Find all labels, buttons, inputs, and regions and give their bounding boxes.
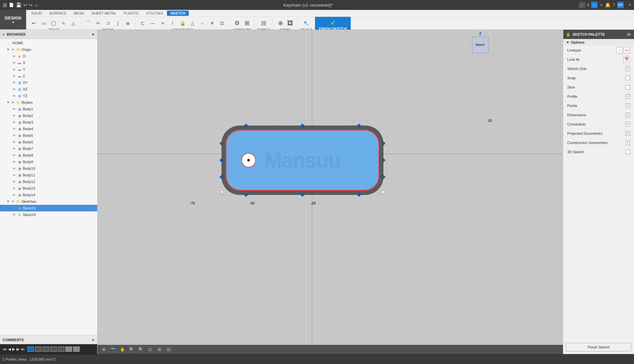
offset-tool[interactable]: ⊃ <box>103 18 113 28</box>
select-tool[interactable]: ↖ <box>302 18 311 28</box>
body10-visibility[interactable]: 👁 <box>12 166 17 171</box>
browser-item-body9[interactable]: 👁 ▣ Body9 <box>0 159 97 165</box>
parallel-tool[interactable]: ≡ <box>158 18 167 28</box>
yz-visibility[interactable]: 👁 <box>12 93 17 98</box>
extension-icon[interactable]: ⬡ <box>591 2 598 8</box>
timeline-step2[interactable] <box>35 346 42 352</box>
vp-pan-btn[interactable]: ✋ <box>119 346 126 353</box>
timeline-step1[interactable] <box>27 346 34 352</box>
timeline-step7[interactable] <box>73 346 80 352</box>
x-visibility[interactable]: 👁 <box>12 60 17 65</box>
timeline-next[interactable]: ▶ <box>17 347 20 351</box>
cube-face-right[interactable]: RIGHT <box>472 37 489 53</box>
body9-visibility[interactable]: 👁 <box>12 160 17 164</box>
spline-tool[interactable]: ∿ <box>59 18 68 28</box>
fix-tool[interactable]: ✕ <box>208 18 217 28</box>
points-checkbox[interactable] <box>625 103 630 108</box>
browser-item-home[interactable]: ⌂ HOME <box>0 40 97 46</box>
tab-mesh[interactable]: MESH <box>70 11 88 16</box>
linetype-next-btn[interactable]: ▭ <box>623 47 630 54</box>
sketches-toggle[interactable]: ▼ <box>7 200 10 203</box>
vp-snap-btn[interactable]: ⊕ <box>100 346 107 353</box>
user-avatar[interactable]: MR <box>617 2 624 8</box>
body1-visibility[interactable]: 👁 <box>12 107 17 111</box>
bodies-visibility[interactable]: 👁 <box>11 100 15 105</box>
snap-checkbox[interactable] <box>625 76 630 80</box>
circle-constraint-tool[interactable]: ○ <box>198 18 207 28</box>
origin-toggle[interactable]: ▼ <box>7 48 10 51</box>
3dsketch-checkbox[interactable] <box>625 150 630 154</box>
browser-item-body2[interactable]: 👁 ▣ Body2 <box>0 112 97 119</box>
browser-item-sketch2[interactable]: 👁 S Sketch2 <box>0 211 97 218</box>
design-menu-button[interactable]: DESIGN <box>0 10 26 29</box>
body3-visibility[interactable]: 👁 <box>12 120 17 125</box>
browser-item-body5[interactable]: 👁 ▣ Body5 <box>0 132 97 139</box>
timeline-next-end[interactable]: ⏭ <box>21 347 25 351</box>
construction-checkbox[interactable] <box>625 140 630 145</box>
browser-item-xz[interactable]: 👁 ▦ XZ <box>0 86 97 92</box>
browser-item-xy[interactable]: 👁 ▦ XY <box>0 79 97 86</box>
timeline-prev[interactable]: ◀ <box>8 347 11 351</box>
timeline-prev-start[interactable]: ⏮ <box>3 347 7 351</box>
viewport[interactable]: 25 -75 -50 -25 Mansuu <box>98 30 563 354</box>
sketch2-visibility[interactable]: 👁 <box>12 212 17 217</box>
browser-item-x[interactable]: 👁 ▬ X <box>0 59 97 66</box>
new-tab-button[interactable]: + <box>579 2 585 8</box>
timeline-step5[interactable] <box>58 346 64 352</box>
tab-solid[interactable]: SOLID <box>28 11 45 16</box>
save-button[interactable]: 💾 <box>16 2 21 8</box>
view-cube[interactable]: RIGHT <box>472 37 489 53</box>
browser-item-z[interactable]: 👁 ▬ Z <box>0 73 97 79</box>
bell-icon[interactable]: 🔔 <box>605 2 611 8</box>
browser-item-body8[interactable]: 👁 ▣ Body8 <box>0 152 97 159</box>
body6-visibility[interactable]: 👁 <box>12 140 17 144</box>
fillet-tool[interactable]: ⌒ <box>84 18 93 28</box>
browser-back-icon[interactable]: « <box>3 32 5 36</box>
sketch1-visibility[interactable]: 👁 <box>12 206 17 210</box>
insert-tool2[interactable]: 🖼 <box>286 18 295 28</box>
tab-surface[interactable]: SURFACE <box>46 11 70 16</box>
comments-add-icon[interactable]: + <box>92 337 95 343</box>
tab-sketch[interactable]: SKETCH <box>167 11 188 16</box>
z-visibility[interactable]: 👁 <box>12 74 17 78</box>
browser-item-body3[interactable]: 👁 ▣ Body3 <box>0 119 97 126</box>
undo-tool[interactable]: ↩ <box>29 18 38 28</box>
palette-options-header[interactable]: ▼ Options <box>563 39 634 46</box>
pattern-tool[interactable]: ≣ <box>123 18 133 28</box>
finish-sketch-palette-button[interactable]: Finish Sketch <box>566 343 631 351</box>
vp-capture-btn[interactable]: 📷 <box>109 346 117 353</box>
body4-visibility[interactable]: 👁 <box>12 127 17 131</box>
xy-visibility[interactable]: 👁 <box>12 80 17 85</box>
slice-checkbox[interactable] <box>625 85 630 90</box>
tab-plastic[interactable]: PLASTIC <box>120 11 142 16</box>
close-button[interactable]: × <box>628 2 631 8</box>
file-icon[interactable]: 📄 <box>9 3 14 7</box>
origin-visibility-icon[interactable]: 👁 <box>11 47 15 52</box>
tab-sheet-metal[interactable]: SHEET METAL <box>88 11 120 16</box>
sketches-visibility[interactable]: 👁 <box>11 199 15 204</box>
xz-visibility[interactable]: 👁 <box>12 87 17 91</box>
browser-item-sketches[interactable]: ▼ 👁 📁 Sketches <box>0 198 97 205</box>
body2-visibility[interactable]: 👁 <box>12 113 17 118</box>
lookat-btn[interactable]: 📅 <box>623 56 630 63</box>
browser-item-body7[interactable]: 👁 ▣ Body7 <box>0 145 97 152</box>
collinear-tool[interactable]: — <box>148 18 157 28</box>
line-tool[interactable]: ▭ <box>39 18 48 28</box>
vp-zoom-in-btn[interactable]: 🔍 <box>137 346 144 353</box>
timeline-play[interactable]: ▶ <box>12 347 15 351</box>
constraints-checkbox[interactable] <box>625 122 630 127</box>
vp-fit-btn[interactable]: ⊡ <box>146 346 154 353</box>
linetype-prev-btn[interactable]: ‹ <box>616 47 623 54</box>
browser-item-body11[interactable]: 👁 ▣ Body11 <box>0 172 97 178</box>
o-visibility[interactable]: 👁 <box>12 54 17 58</box>
browser-item-sketch1[interactable]: 👁 S Sketch1 <box>0 205 97 211</box>
undo-button[interactable]: ↩ <box>23 2 27 8</box>
timeline-step4[interactable] <box>50 346 57 352</box>
y-visibility[interactable]: 👁 <box>12 67 17 72</box>
palette-expand-icon[interactable]: ≫ <box>626 32 631 37</box>
browser-item-body1[interactable]: 👁 ▣ Body1 <box>0 106 97 112</box>
vp-grid-btn[interactable]: ⊞ <box>156 346 163 353</box>
sketchgrid-checkbox[interactable] <box>625 66 630 71</box>
trim-tool[interactable]: ✂ <box>94 18 103 28</box>
vp-display-btn[interactable]: ⊟ <box>165 346 172 353</box>
